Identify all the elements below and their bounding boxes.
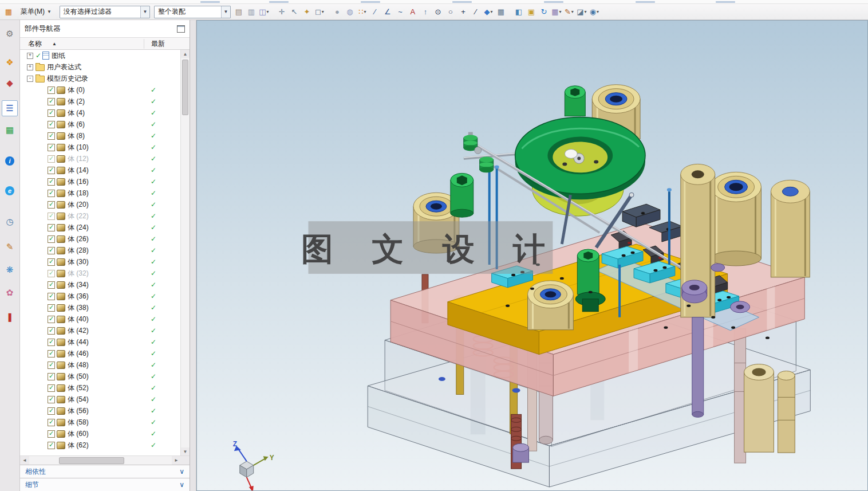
selection-filter-dropdown[interactable]: 没有选择过滤器 ▼ bbox=[60, 6, 150, 18]
curve-snap-icon[interactable]: ~ bbox=[394, 6, 407, 18]
checkbox[interactable]: ✓ bbox=[48, 224, 55, 231]
checkbox[interactable]: ✓ bbox=[48, 201, 55, 209]
solid-display-icon[interactable]: ◪▾ bbox=[575, 6, 588, 18]
checkbox[interactable]: ✓ bbox=[48, 178, 55, 186]
column-latest[interactable]: 最新 bbox=[144, 39, 190, 49]
checkbox[interactable]: ✓ bbox=[48, 362, 55, 369]
tree-body-row[interactable]: ✓体 (40)✓ bbox=[20, 313, 181, 325]
checkbox[interactable]: ✓ bbox=[48, 270, 55, 277]
dependencies-panel-header[interactable]: 相依性 ∨ bbox=[20, 465, 190, 478]
tree-body-row[interactable]: ✓体 (12)✓ bbox=[20, 153, 181, 164]
refresh-icon[interactable]: ↻ bbox=[538, 6, 550, 18]
column-name[interactable]: 名称 ▲ bbox=[20, 39, 144, 49]
machining-wizard-icon[interactable]: ✿ bbox=[2, 285, 18, 301]
checkbox[interactable]: ✓ bbox=[48, 419, 55, 426]
checkbox[interactable]: ✓ bbox=[48, 109, 55, 117]
checkbox[interactable]: ✓ bbox=[48, 190, 55, 197]
section-view-icon[interactable]: ◧ bbox=[512, 6, 525, 18]
checkbox[interactable]: ✓ bbox=[48, 167, 55, 174]
point-on-curve-icon[interactable]: ↑ bbox=[419, 6, 432, 18]
scrollbar-track[interactable] bbox=[29, 456, 172, 465]
tree-body-row[interactable]: ✓体 (16)✓ bbox=[20, 176, 181, 187]
tree-body-row[interactable]: ✓体 (48)✓ bbox=[20, 359, 181, 371]
checkbox[interactable]: ✓ bbox=[48, 327, 55, 335]
assembly-navigator-icon[interactable]: ❖ bbox=[2, 54, 18, 70]
endpoint-snap-icon[interactable]: ∕ bbox=[369, 6, 381, 18]
graphics-window[interactable]: 图 文 设 计 Z Y X bbox=[196, 20, 868, 491]
checkbox[interactable]: ✓ bbox=[48, 442, 55, 449]
tree-body-row[interactable]: ✓体 (4)✓ bbox=[20, 107, 181, 119]
horizontal-scrollbar[interactable]: ◄ ► bbox=[20, 455, 190, 465]
tree-expander[interactable]: - bbox=[27, 76, 33, 82]
tree-body-row[interactable]: ✓体 (38)✓ bbox=[20, 302, 181, 313]
tree-body-row[interactable]: ✓体 (56)✓ bbox=[20, 405, 181, 417]
tree-body-row[interactable]: ✓体 (34)✓ bbox=[20, 279, 181, 290]
tree-body-row[interactable]: ✓体 (28)✓ bbox=[20, 245, 181, 256]
checkbox[interactable]: ✓ bbox=[48, 373, 55, 380]
tree-body-row[interactable]: ✓体 (42)✓ bbox=[20, 325, 181, 336]
gear-icon[interactable]: ⚙ bbox=[2, 26, 18, 42]
tree-expander[interactable]: + bbox=[27, 64, 33, 70]
checkbox[interactable]: ✓ bbox=[48, 293, 55, 300]
sketch-tool-icon[interactable]: ✎▾ bbox=[563, 6, 575, 18]
gem-display-icon[interactable]: ◆▾ bbox=[482, 6, 495, 18]
window-icon[interactable]: ▣ bbox=[525, 6, 538, 18]
constraint-navigator-icon[interactable]: ◆ bbox=[2, 75, 18, 91]
internet-browser-icon[interactable]: e bbox=[2, 183, 18, 199]
checkbox[interactable]: ✓ bbox=[48, 350, 55, 358]
tree-body-row[interactable]: ✓体 (32)✓ bbox=[20, 268, 181, 279]
snap-point-icon[interactable]: ∷▾ bbox=[356, 6, 369, 18]
intersection-snap-icon[interactable]: ⊙ bbox=[432, 6, 444, 18]
checkbox[interactable]: ✓ bbox=[48, 304, 55, 312]
shaded-ball-icon[interactable]: ● bbox=[331, 6, 344, 18]
checkbox[interactable]: ✓ bbox=[48, 258, 55, 266]
tree-body-row[interactable]: ✓体 (60)✓ bbox=[20, 428, 181, 439]
grid-display-icon[interactable]: ▦▾ bbox=[550, 6, 563, 18]
tree-body-row[interactable]: ✓体 (10)✓ bbox=[20, 142, 181, 153]
info-icon[interactable]: i bbox=[2, 153, 18, 169]
scrollbar-track[interactable] bbox=[181, 58, 190, 447]
tree-body-row[interactable]: ✓体 (26)✓ bbox=[20, 233, 181, 245]
tree-body-row[interactable]: ✓体 (18)✓ bbox=[20, 187, 181, 199]
tree-body-row[interactable]: ✓体 (36)✓ bbox=[20, 290, 181, 302]
visual-reports-icon[interactable]: ✎ bbox=[2, 239, 18, 255]
reuse-library-icon[interactable]: ▦ bbox=[2, 122, 18, 138]
tree-body-row[interactable]: ✓体 (8)✓ bbox=[20, 130, 181, 142]
cylinder-tool-icon[interactable]: ◍ bbox=[344, 6, 356, 18]
checkbox[interactable]: ✓ bbox=[48, 121, 55, 128]
tree-folder-row[interactable]: +用户表达式 bbox=[20, 61, 181, 73]
checkbox[interactable]: ✓ bbox=[48, 407, 55, 415]
details-panel-header[interactable]: 细节 ∨ bbox=[20, 478, 190, 491]
checkbox[interactable]: ✓ bbox=[48, 430, 55, 438]
checkbox[interactable]: ✓ bbox=[48, 98, 55, 105]
tree-body-row[interactable]: ✓体 (24)✓ bbox=[20, 222, 181, 233]
tree-body-row[interactable]: ✓体 (54)✓ bbox=[20, 394, 181, 405]
touch-mode-icon[interactable]: ▤ bbox=[232, 6, 245, 18]
scroll-right-icon[interactable]: ► bbox=[172, 456, 181, 465]
checkbox[interactable]: ✓ bbox=[48, 281, 55, 289]
tree-body-row[interactable]: ✓体 (50)✓ bbox=[20, 371, 181, 382]
tree-body-row[interactable]: ✓体 (6)✓ bbox=[20, 119, 181, 130]
menu-button[interactable]: 菜单(M) ▼ bbox=[17, 5, 56, 19]
select-cursor-icon[interactable]: ✛ bbox=[275, 6, 288, 18]
tree-body-row[interactable]: ✓体 (52)✓ bbox=[20, 382, 181, 394]
part-navigator-icon[interactable]: ☰ bbox=[2, 100, 18, 116]
tree-expander[interactable]: + bbox=[27, 53, 33, 59]
checkbox[interactable]: ✓ bbox=[48, 132, 55, 140]
midpoint-snap-icon[interactable]: ∠ bbox=[381, 6, 394, 18]
checkbox[interactable]: ✓ bbox=[48, 87, 55, 94]
marquee-select-icon[interactable]: ◻▾ bbox=[313, 6, 326, 18]
scroll-left-icon[interactable]: ◄ bbox=[20, 456, 29, 465]
nx-app-icon[interactable]: ▦ bbox=[2, 6, 15, 18]
checkbox[interactable]: ✓ bbox=[48, 247, 55, 254]
tree-body-row[interactable]: ✓体 (30)✓ bbox=[20, 256, 181, 268]
paste-icon[interactable]: ▥ bbox=[245, 6, 258, 18]
checkbox[interactable]: ✓ bbox=[48, 339, 55, 346]
tree-body-row[interactable]: ✓体 (20)✓ bbox=[20, 199, 181, 210]
undock-icon[interactable] bbox=[177, 25, 185, 33]
panel-splitter[interactable] bbox=[190, 20, 196, 491]
roles-icon[interactable]: ❚ bbox=[2, 309, 18, 325]
tree-body-row[interactable]: ✓体 (46)✓ bbox=[20, 348, 181, 359]
tree-body-row[interactable]: ✓体 (58)✓ bbox=[20, 417, 181, 428]
process-studio-icon[interactable]: ❋ bbox=[2, 262, 18, 278]
